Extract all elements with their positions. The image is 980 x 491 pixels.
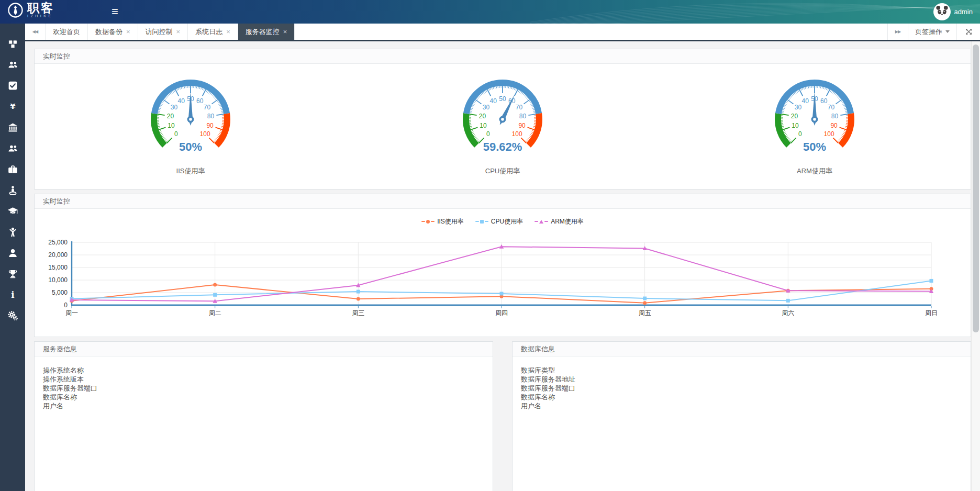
chart-legend: IIS使用率CPU使用率ARM使用率	[35, 217, 971, 226]
svg-text:90: 90	[206, 122, 214, 129]
legend-dash	[544, 221, 548, 222]
brand-logo[interactable]: 职客 IZHIKE	[7, 2, 54, 18]
server-info-item: 用户名	[43, 401, 484, 410]
sidebar-item-street-view[interactable]	[0, 180, 25, 200]
svg-text:90: 90	[518, 122, 526, 129]
svg-text:0: 0	[798, 130, 802, 138]
svg-text:周四: 周四	[495, 309, 508, 317]
sidebar-item-yuan[interactable]: ¥	[0, 96, 25, 117]
brand-name: 职客	[27, 2, 54, 14]
tab-bar: ◀◀ 欢迎首页数据备份×访问控制×系统日志×服务器监控× ▶▶ 页签操作	[25, 24, 980, 41]
server-info-panel: 服务器信息 操作系统名称操作系统版本数据库服务器端口数据库名称用户名	[34, 341, 493, 491]
svg-text:0: 0	[64, 302, 68, 309]
sidebar-item-trophy[interactable]	[0, 263, 25, 284]
sidebar-item-check-square[interactable]	[0, 75, 25, 96]
db-info-item: 数据库服务器地址	[521, 375, 962, 384]
legend-dash	[431, 221, 435, 222]
server-info-title: 服务器信息	[35, 342, 493, 356]
tab-系统日志[interactable]: 系统日志×	[188, 24, 238, 40]
svg-text:50: 50	[499, 95, 506, 103]
tab-list: 欢迎首页数据备份×访问控制×系统日志×服务器监控×	[46, 24, 295, 40]
svg-text:70: 70	[516, 104, 523, 111]
db-info-panel: 数据库信息 数据库类型数据库服务器地址数据库服务器端口数据库名称用户名	[512, 341, 971, 491]
child-icon	[7, 227, 18, 238]
svg-text:20: 20	[167, 113, 174, 120]
legend-item-CPU使用率[interactable]: CPU使用率	[475, 217, 523, 226]
fullscreen-button[interactable]	[956, 24, 980, 40]
caret-down-icon	[945, 30, 950, 33]
db-info-item: 数据库名称	[521, 393, 962, 401]
svg-text:10: 10	[168, 122, 175, 129]
tab-operations-dropdown[interactable]: 页签操作	[908, 24, 956, 40]
sidebar-item-team[interactable]	[0, 138, 25, 159]
info-row: 服务器信息 操作系统名称操作系统版本数据库服务器端口数据库名称用户名 数据库信息…	[34, 341, 971, 491]
scrollbar-thumb[interactable]	[973, 44, 979, 332]
svg-text:15,000: 15,000	[48, 264, 68, 271]
gauges-panel-title: 实时监控	[35, 49, 971, 64]
legend-dash	[485, 221, 488, 222]
legend-dash	[421, 221, 425, 222]
legend-dash	[534, 221, 538, 222]
server-info-item: 操作系统版本	[43, 375, 484, 384]
legend-item-ARM使用率[interactable]: ARM使用率	[534, 217, 584, 226]
svg-text:100: 100	[200, 130, 210, 138]
navbar-decoration-curves	[530, 0, 980, 24]
legend-square-marker	[480, 220, 484, 224]
team-icon	[7, 143, 18, 154]
scrollbar	[971, 41, 980, 491]
svg-text:20: 20	[791, 113, 798, 120]
graduation-cap-icon	[7, 206, 18, 217]
scroll-tabs-left-button[interactable]: ◀◀	[25, 24, 46, 40]
gauge-IIS使用率: 010203040506070809010050%IIS使用率	[35, 64, 347, 176]
svg-text:10: 10	[480, 122, 487, 129]
sidebar-item-briefcase[interactable]	[0, 159, 25, 180]
sidebar-item-graduation-cap[interactable]	[0, 200, 25, 221]
user-icon	[7, 248, 18, 259]
sidebar-item-gears[interactable]	[0, 305, 25, 326]
chart-panel: 实时监控 IIS使用率CPU使用率ARM使用率 05,00010,00015,0…	[34, 194, 971, 337]
svg-text:80: 80	[207, 113, 215, 120]
sidebar-item-users[interactable]	[0, 54, 25, 75]
gauge-CPU使用率: 010203040506070809010059.62%CPU使用率	[347, 64, 659, 176]
server-info-item: 操作系统名称	[43, 366, 484, 375]
info-icon: i	[7, 289, 18, 300]
svg-text:90: 90	[830, 122, 838, 129]
tab-数据备份[interactable]: 数据备份×	[88, 24, 138, 40]
brand-text: 职客 IZHIKE	[27, 2, 54, 18]
sidebar-item-child[interactable]	[0, 221, 25, 242]
double-left-icon: ◀◀	[32, 29, 38, 34]
db-info-title: 数据库信息	[513, 342, 971, 356]
svg-text:40: 40	[178, 97, 185, 105]
tab-访问控制[interactable]: 访问控制×	[138, 24, 188, 40]
bank-icon	[7, 122, 18, 133]
sidebar-item-user[interactable]	[0, 242, 25, 263]
sidebar-item-bank[interactable]	[0, 117, 25, 138]
sidebar-item-info[interactable]: i	[0, 284, 25, 305]
close-icon[interactable]: ×	[126, 28, 130, 35]
close-icon[interactable]: ×	[226, 28, 230, 35]
gauge-title: ARM使用率	[797, 166, 832, 176]
user-menu[interactable]: admin	[933, 0, 973, 24]
svg-text:20: 20	[479, 113, 486, 120]
legend-triangle-marker	[539, 220, 543, 224]
panda-avatar-icon	[934, 4, 950, 19]
legend-dash	[475, 221, 479, 222]
db-info-item: 数据库服务器端口	[521, 384, 962, 393]
sidebar-item-cubes[interactable]	[0, 33, 25, 54]
db-info-item: 数据库类型	[521, 366, 962, 375]
tab-服务器监控[interactable]: 服务器监控×	[238, 24, 295, 40]
tab-欢迎首页[interactable]: 欢迎首页	[46, 24, 88, 40]
close-icon[interactable]: ×	[283, 28, 287, 35]
svg-text:40: 40	[802, 97, 809, 105]
close-icon[interactable]: ×	[176, 28, 181, 35]
trophy-icon	[7, 269, 18, 280]
server-info-item: 数据库名称	[43, 393, 484, 401]
sidebar-nav: ¥i	[0, 24, 25, 491]
svg-text:周五: 周五	[639, 309, 651, 317]
scroll-tabs-right-button[interactable]: ▶▶	[887, 24, 908, 40]
svg-text:30: 30	[483, 104, 490, 111]
gears-icon	[7, 310, 18, 321]
menu-toggle-button[interactable]: ≡	[107, 0, 122, 24]
legend-item-IIS使用率[interactable]: IIS使用率	[421, 217, 464, 226]
tab-label: 数据备份	[95, 27, 122, 37]
